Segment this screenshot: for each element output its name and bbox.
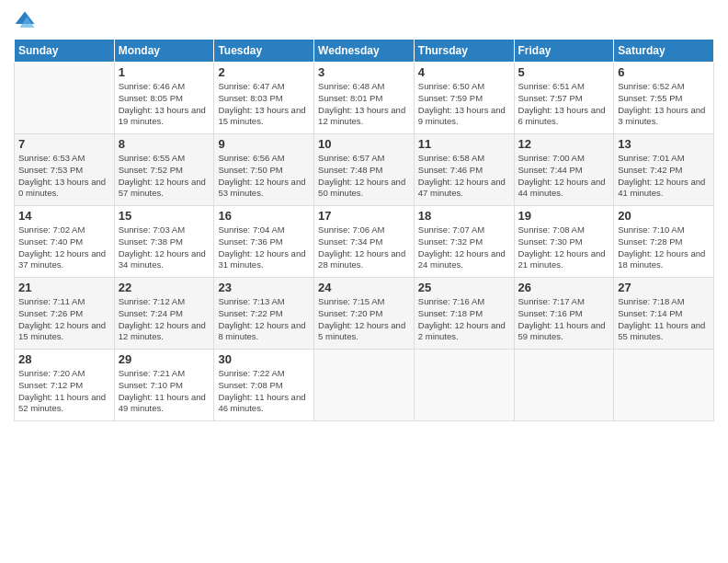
day-number: 18 bbox=[418, 209, 510, 223]
calendar-cell: 8Sunrise: 6:55 AMSunset: 7:52 PMDaylight… bbox=[114, 134, 214, 206]
calendar-cell: 17Sunrise: 7:06 AMSunset: 7:34 PMDayligh… bbox=[314, 206, 415, 278]
day-info: Sunrise: 6:52 AMSunset: 7:55 PMDaylight:… bbox=[618, 81, 710, 128]
day-info: Sunrise: 7:08 AMSunset: 7:30 PMDaylight:… bbox=[518, 224, 610, 271]
day-info: Sunrise: 7:13 AMSunset: 7:22 PMDaylight:… bbox=[218, 296, 310, 343]
day-number: 20 bbox=[618, 209, 710, 223]
day-info: Sunrise: 6:46 AMSunset: 8:05 PMDaylight:… bbox=[119, 81, 210, 128]
calendar-cell: 24Sunrise: 7:15 AMSunset: 7:20 PMDayligh… bbox=[314, 278, 415, 350]
day-info: Sunrise: 7:18 AMSunset: 7:14 PMDaylight:… bbox=[618, 296, 710, 343]
day-info: Sunrise: 7:15 AMSunset: 7:20 PMDaylight:… bbox=[318, 296, 410, 343]
calendar-cell bbox=[614, 350, 714, 421]
calendar-cell: 1Sunrise: 6:46 AMSunset: 8:05 PMDaylight… bbox=[114, 63, 214, 134]
weekday-header-saturday: Saturday bbox=[614, 40, 714, 63]
day-info: Sunrise: 7:17 AMSunset: 7:16 PMDaylight:… bbox=[518, 296, 610, 343]
day-info: Sunrise: 7:22 AMSunset: 7:08 PMDaylight:… bbox=[218, 368, 310, 415]
day-info: Sunrise: 7:21 AMSunset: 7:10 PMDaylight:… bbox=[119, 368, 210, 415]
day-info: Sunrise: 7:11 AMSunset: 7:26 PMDaylight:… bbox=[18, 296, 110, 343]
day-number: 21 bbox=[18, 281, 110, 294]
day-info: Sunrise: 6:47 AMSunset: 8:03 PMDaylight:… bbox=[218, 81, 310, 128]
day-number: 1 bbox=[119, 65, 210, 79]
day-number: 23 bbox=[218, 281, 310, 294]
day-info: Sunrise: 7:06 AMSunset: 7:34 PMDaylight:… bbox=[318, 224, 410, 271]
calendar-cell bbox=[414, 350, 514, 421]
main-container: SundayMondayTuesdayWednesdayThursdayFrid… bbox=[0, 0, 728, 563]
day-number: 27 bbox=[618, 281, 710, 294]
calendar-cell: 4Sunrise: 6:50 AMSunset: 7:59 PMDaylight… bbox=[414, 63, 514, 134]
day-number: 2 bbox=[218, 65, 310, 79]
day-info: Sunrise: 6:55 AMSunset: 7:52 PMDaylight:… bbox=[119, 153, 210, 200]
calendar-cell: 3Sunrise: 6:48 AMSunset: 8:01 PMDaylight… bbox=[314, 63, 415, 134]
calendar-cell: 5Sunrise: 6:51 AMSunset: 7:57 PMDaylight… bbox=[514, 63, 614, 134]
day-number: 17 bbox=[318, 209, 410, 223]
weekday-header-row: SundayMondayTuesdayWednesdayThursdayFrid… bbox=[15, 40, 714, 63]
day-info: Sunrise: 6:51 AMSunset: 7:57 PMDaylight:… bbox=[518, 81, 610, 128]
day-info: Sunrise: 7:03 AMSunset: 7:38 PMDaylight:… bbox=[119, 224, 210, 271]
calendar-cell: 26Sunrise: 7:17 AMSunset: 7:16 PMDayligh… bbox=[514, 278, 614, 350]
day-info: Sunrise: 7:01 AMSunset: 7:42 PMDaylight:… bbox=[618, 153, 710, 200]
day-info: Sunrise: 6:50 AMSunset: 7:59 PMDaylight:… bbox=[418, 81, 510, 128]
day-info: Sunrise: 6:57 AMSunset: 7:48 PMDaylight:… bbox=[318, 153, 410, 200]
calendar-cell bbox=[15, 63, 115, 134]
day-number: 7 bbox=[18, 137, 110, 151]
day-info: Sunrise: 7:20 AMSunset: 7:12 PMDaylight:… bbox=[18, 368, 110, 415]
calendar-cell: 2Sunrise: 6:47 AMSunset: 8:03 PMDaylight… bbox=[214, 63, 314, 134]
day-number: 3 bbox=[318, 65, 410, 79]
day-number: 14 bbox=[18, 209, 110, 223]
day-number: 6 bbox=[618, 65, 710, 79]
logo-icon bbox=[14, 9, 36, 31]
week-row-1: 7Sunrise: 6:53 AMSunset: 7:53 PMDaylight… bbox=[15, 134, 714, 206]
calendar-cell: 9Sunrise: 6:56 AMSunset: 7:50 PMDaylight… bbox=[214, 134, 314, 206]
header bbox=[14, 9, 714, 31]
day-info: Sunrise: 7:04 AMSunset: 7:36 PMDaylight:… bbox=[218, 224, 310, 271]
week-row-0: 1Sunrise: 6:46 AMSunset: 8:05 PMDaylight… bbox=[15, 63, 714, 134]
day-number: 16 bbox=[218, 209, 310, 223]
weekday-header-wednesday: Wednesday bbox=[314, 40, 415, 63]
day-info: Sunrise: 7:16 AMSunset: 7:18 PMDaylight:… bbox=[418, 296, 510, 343]
day-info: Sunrise: 7:02 AMSunset: 7:40 PMDaylight:… bbox=[18, 224, 110, 271]
week-row-4: 28Sunrise: 7:20 AMSunset: 7:12 PMDayligh… bbox=[15, 350, 714, 421]
day-number: 30 bbox=[218, 352, 310, 366]
day-number: 22 bbox=[119, 281, 210, 294]
calendar-cell bbox=[314, 350, 415, 421]
calendar-cell: 7Sunrise: 6:53 AMSunset: 7:53 PMDaylight… bbox=[15, 134, 115, 206]
calendar-cell: 25Sunrise: 7:16 AMSunset: 7:18 PMDayligh… bbox=[414, 278, 514, 350]
weekday-header-monday: Monday bbox=[114, 40, 214, 63]
day-number: 8 bbox=[119, 137, 210, 151]
calendar-cell: 10Sunrise: 6:57 AMSunset: 7:48 PMDayligh… bbox=[314, 134, 415, 206]
day-info: Sunrise: 7:00 AMSunset: 7:44 PMDaylight:… bbox=[518, 153, 610, 200]
calendar-cell: 21Sunrise: 7:11 AMSunset: 7:26 PMDayligh… bbox=[15, 278, 115, 350]
day-number: 12 bbox=[518, 137, 610, 151]
day-number: 13 bbox=[618, 137, 710, 151]
day-info: Sunrise: 6:48 AMSunset: 8:01 PMDaylight:… bbox=[318, 81, 410, 128]
calendar-cell: 22Sunrise: 7:12 AMSunset: 7:24 PMDayligh… bbox=[114, 278, 214, 350]
day-info: Sunrise: 6:56 AMSunset: 7:50 PMDaylight:… bbox=[218, 153, 310, 200]
calendar-cell: 16Sunrise: 7:04 AMSunset: 7:36 PMDayligh… bbox=[214, 206, 314, 278]
day-number: 10 bbox=[318, 137, 410, 151]
day-number: 29 bbox=[119, 352, 210, 366]
week-row-2: 14Sunrise: 7:02 AMSunset: 7:40 PMDayligh… bbox=[15, 206, 714, 278]
calendar-cell: 19Sunrise: 7:08 AMSunset: 7:30 PMDayligh… bbox=[514, 206, 614, 278]
calendar-cell: 12Sunrise: 7:00 AMSunset: 7:44 PMDayligh… bbox=[514, 134, 614, 206]
calendar-cell: 13Sunrise: 7:01 AMSunset: 7:42 PMDayligh… bbox=[614, 134, 714, 206]
weekday-header-sunday: Sunday bbox=[15, 40, 115, 63]
calendar-cell: 20Sunrise: 7:10 AMSunset: 7:28 PMDayligh… bbox=[614, 206, 714, 278]
day-info: Sunrise: 6:53 AMSunset: 7:53 PMDaylight:… bbox=[18, 153, 110, 200]
day-number: 19 bbox=[518, 209, 610, 223]
day-number: 11 bbox=[418, 137, 510, 151]
day-number: 15 bbox=[119, 209, 210, 223]
day-number: 28 bbox=[18, 352, 110, 366]
calendar-cell: 14Sunrise: 7:02 AMSunset: 7:40 PMDayligh… bbox=[15, 206, 115, 278]
day-number: 5 bbox=[518, 65, 610, 79]
calendar-cell: 27Sunrise: 7:18 AMSunset: 7:14 PMDayligh… bbox=[614, 278, 714, 350]
calendar-cell: 29Sunrise: 7:21 AMSunset: 7:10 PMDayligh… bbox=[114, 350, 214, 421]
calendar-cell: 18Sunrise: 7:07 AMSunset: 7:32 PMDayligh… bbox=[414, 206, 514, 278]
calendar-cell bbox=[514, 350, 614, 421]
week-row-3: 21Sunrise: 7:11 AMSunset: 7:26 PMDayligh… bbox=[15, 278, 714, 350]
calendar-cell: 15Sunrise: 7:03 AMSunset: 7:38 PMDayligh… bbox=[114, 206, 214, 278]
calendar-cell: 30Sunrise: 7:22 AMSunset: 7:08 PMDayligh… bbox=[214, 350, 314, 421]
calendar-cell: 6Sunrise: 6:52 AMSunset: 7:55 PMDaylight… bbox=[614, 63, 714, 134]
day-number: 24 bbox=[318, 281, 410, 294]
day-info: Sunrise: 7:10 AMSunset: 7:28 PMDaylight:… bbox=[618, 224, 710, 271]
calendar-cell: 28Sunrise: 7:20 AMSunset: 7:12 PMDayligh… bbox=[15, 350, 115, 421]
weekday-header-friday: Friday bbox=[514, 40, 614, 63]
